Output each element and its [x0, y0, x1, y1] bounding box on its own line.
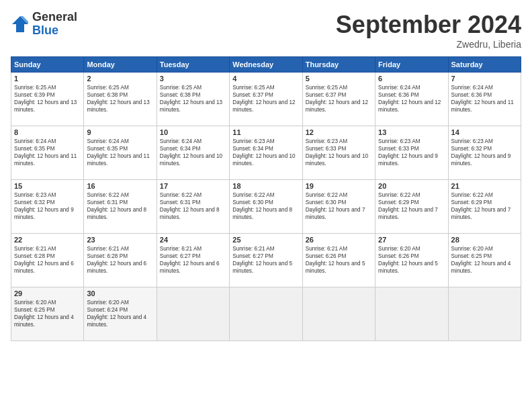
day-info: Sunrise: 6:23 AMSunset: 6:32 PMDaylight:… [14, 191, 81, 221]
logo: General Blue [11, 11, 77, 38]
day-info: Sunrise: 6:21 AMSunset: 6:28 PMDaylight:… [87, 245, 153, 275]
day-info: Sunrise: 6:20 AMSunset: 6:25 PMDaylight:… [14, 299, 81, 328]
table-row: 13Sunrise: 6:23 AMSunset: 6:33 PMDayligh… [375, 126, 448, 180]
day-info: Sunrise: 6:25 AMSunset: 6:37 PMDaylight:… [232, 84, 299, 113]
day-info: Sunrise: 6:24 AMSunset: 6:35 PMDaylight:… [87, 138, 153, 167]
table-row: 21Sunrise: 6:22 AMSunset: 6:29 PMDayligh… [448, 180, 521, 234]
day-info: Sunrise: 6:22 AMSunset: 6:30 PMDaylight:… [306, 191, 372, 221]
day-number: 5 [306, 75, 372, 83]
day-info: Sunrise: 6:22 AMSunset: 6:29 PMDaylight:… [378, 191, 445, 221]
calendar-table: Sunday Monday Tuesday Wednesday Thursday… [11, 56, 521, 341]
day-number: 11 [232, 128, 299, 136]
day-number: 23 [87, 236, 153, 244]
day-info: Sunrise: 6:22 AMSunset: 6:31 PMDaylight:… [160, 191, 226, 221]
table-row [230, 287, 302, 341]
day-info: Sunrise: 6:25 AMSunset: 6:37 PMDaylight:… [306, 84, 372, 113]
table-row: 23Sunrise: 6:21 AMSunset: 6:28 PMDayligh… [84, 234, 157, 287]
table-row: 9Sunrise: 6:24 AMSunset: 6:35 PMDaylight… [84, 126, 157, 180]
month-title: September 2024 [336, 11, 521, 39]
col-monday: Monday [84, 57, 157, 73]
header: General Blue September 2024 Zwedru, Libe… [11, 11, 521, 50]
table-row: 4Sunrise: 6:25 AMSunset: 6:37 PMDaylight… [230, 73, 302, 126]
day-number: 25 [232, 236, 299, 244]
day-number: 26 [306, 236, 372, 244]
table-row: 1Sunrise: 6:25 AMSunset: 6:39 PMDaylight… [11, 73, 84, 126]
day-number: 17 [160, 182, 226, 190]
day-number: 29 [14, 289, 81, 298]
day-info: Sunrise: 6:20 AMSunset: 6:26 PMDaylight:… [378, 245, 445, 275]
calendar-week-row: 1Sunrise: 6:25 AMSunset: 6:39 PMDaylight… [11, 73, 521, 126]
calendar-week-row: 15Sunrise: 6:23 AMSunset: 6:32 PMDayligh… [11, 180, 521, 234]
logo-text: General Blue [32, 11, 77, 38]
calendar-week-row: 29Sunrise: 6:20 AMSunset: 6:25 PMDayligh… [11, 287, 521, 341]
day-number: 19 [306, 182, 372, 190]
table-row: 2Sunrise: 6:25 AMSunset: 6:38 PMDaylight… [84, 73, 157, 126]
day-info: Sunrise: 6:20 AMSunset: 6:25 PMDaylight:… [451, 245, 518, 275]
table-row: 26Sunrise: 6:21 AMSunset: 6:26 PMDayligh… [302, 234, 375, 287]
col-tuesday: Tuesday [157, 57, 229, 73]
day-info: Sunrise: 6:23 AMSunset: 6:33 PMDaylight:… [378, 138, 445, 167]
table-row: 28Sunrise: 6:20 AMSunset: 6:25 PMDayligh… [448, 234, 521, 287]
day-info: Sunrise: 6:22 AMSunset: 6:31 PMDaylight:… [87, 191, 153, 221]
day-info: Sunrise: 6:24 AMSunset: 6:36 PMDaylight:… [378, 84, 445, 113]
day-number: 1 [14, 75, 81, 83]
col-thursday: Thursday [302, 57, 375, 73]
table-row: 3Sunrise: 6:25 AMSunset: 6:38 PMDaylight… [157, 73, 229, 126]
table-row [448, 287, 521, 341]
day-number: 9 [87, 128, 153, 136]
day-number: 3 [160, 75, 226, 83]
day-info: Sunrise: 6:25 AMSunset: 6:38 PMDaylight:… [87, 84, 153, 113]
day-number: 14 [451, 128, 518, 136]
day-number: 2 [87, 75, 153, 83]
location: Zwedru, Liberia [336, 39, 521, 50]
col-saturday: Saturday [448, 57, 521, 73]
table-row: 12Sunrise: 6:23 AMSunset: 6:33 PMDayligh… [302, 126, 375, 180]
table-row: 18Sunrise: 6:22 AMSunset: 6:30 PMDayligh… [230, 180, 302, 234]
calendar-week-row: 22Sunrise: 6:21 AMSunset: 6:28 PMDayligh… [11, 234, 521, 287]
day-info: Sunrise: 6:23 AMSunset: 6:34 PMDaylight:… [232, 138, 299, 167]
day-info: Sunrise: 6:22 AMSunset: 6:30 PMDaylight:… [232, 191, 299, 221]
day-number: 30 [87, 289, 153, 298]
day-info: Sunrise: 6:24 AMSunset: 6:34 PMDaylight:… [160, 138, 226, 167]
day-info: Sunrise: 6:21 AMSunset: 6:27 PMDaylight:… [232, 245, 299, 275]
table-row [375, 287, 448, 341]
day-number: 13 [378, 128, 445, 136]
day-number: 18 [232, 182, 299, 190]
day-number: 15 [14, 182, 81, 190]
day-info: Sunrise: 6:20 AMSunset: 6:24 PMDaylight:… [87, 299, 153, 328]
table-row: 15Sunrise: 6:23 AMSunset: 6:32 PMDayligh… [11, 180, 84, 234]
day-info: Sunrise: 6:21 AMSunset: 6:28 PMDaylight:… [14, 245, 81, 275]
table-row: 25Sunrise: 6:21 AMSunset: 6:27 PMDayligh… [230, 234, 302, 287]
day-info: Sunrise: 6:24 AMSunset: 6:36 PMDaylight:… [451, 84, 518, 113]
day-number: 28 [451, 236, 518, 244]
day-number: 22 [14, 236, 81, 244]
table-row: 14Sunrise: 6:23 AMSunset: 6:32 PMDayligh… [448, 126, 521, 180]
day-number: 6 [378, 75, 445, 83]
table-row: 27Sunrise: 6:20 AMSunset: 6:26 PMDayligh… [375, 234, 448, 287]
day-number: 4 [232, 75, 299, 83]
table-row: 30Sunrise: 6:20 AMSunset: 6:24 PMDayligh… [84, 287, 157, 341]
day-number: 12 [306, 128, 372, 136]
table-row: 10Sunrise: 6:24 AMSunset: 6:34 PMDayligh… [157, 126, 229, 180]
day-info: Sunrise: 6:21 AMSunset: 6:26 PMDaylight:… [306, 245, 372, 275]
table-row: 11Sunrise: 6:23 AMSunset: 6:34 PMDayligh… [230, 126, 302, 180]
table-row: 22Sunrise: 6:21 AMSunset: 6:28 PMDayligh… [11, 234, 84, 287]
calendar-header-row: Sunday Monday Tuesday Wednesday Thursday… [11, 57, 521, 73]
table-row: 17Sunrise: 6:22 AMSunset: 6:31 PMDayligh… [157, 180, 229, 234]
day-info: Sunrise: 6:23 AMSunset: 6:33 PMDaylight:… [306, 138, 372, 167]
table-row [302, 287, 375, 341]
day-info: Sunrise: 6:21 AMSunset: 6:27 PMDaylight:… [160, 245, 226, 275]
table-row: 8Sunrise: 6:24 AMSunset: 6:35 PMDaylight… [11, 126, 84, 180]
table-row: 29Sunrise: 6:20 AMSunset: 6:25 PMDayligh… [11, 287, 84, 341]
page: General Blue September 2024 Zwedru, Libe… [0, 0, 532, 411]
table-row: 20Sunrise: 6:22 AMSunset: 6:29 PMDayligh… [375, 180, 448, 234]
table-row: 5Sunrise: 6:25 AMSunset: 6:37 PMDaylight… [302, 73, 375, 126]
day-info: Sunrise: 6:24 AMSunset: 6:35 PMDaylight:… [14, 138, 81, 167]
logo-general: General [32, 11, 77, 24]
table-row: 6Sunrise: 6:24 AMSunset: 6:36 PMDaylight… [375, 73, 448, 126]
day-info: Sunrise: 6:25 AMSunset: 6:38 PMDaylight:… [160, 84, 226, 113]
day-number: 8 [14, 128, 81, 136]
col-wednesday: Wednesday [230, 57, 302, 73]
day-number: 24 [160, 236, 226, 244]
table-row [157, 287, 229, 341]
